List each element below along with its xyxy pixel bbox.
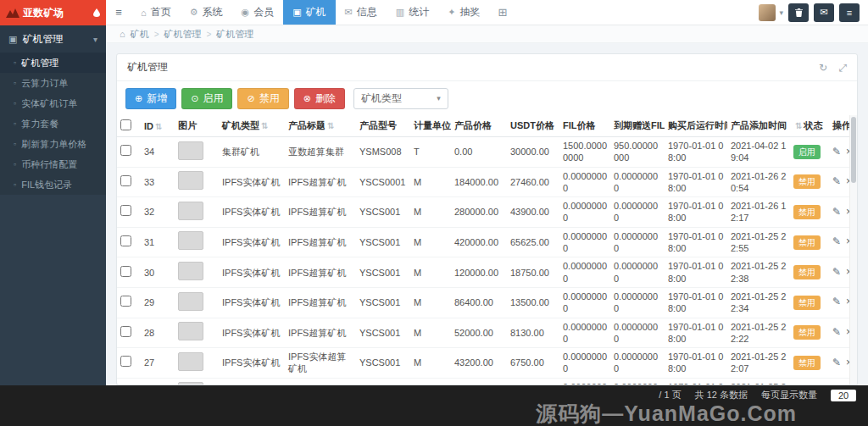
cell-unit: T bbox=[410, 378, 451, 385]
col-header[interactable]: ID⇅ bbox=[141, 115, 175, 137]
refresh-icon[interactable]: ↻ bbox=[819, 62, 827, 74]
cell-gift-fil: 950.00000000 bbox=[610, 137, 665, 168]
product-image[interactable] bbox=[178, 262, 203, 280]
sidebar-item-label: 实体矿机订单 bbox=[21, 97, 77, 110]
col-header[interactable]: ⇅状态 bbox=[790, 115, 829, 137]
edit-icon[interactable]: ✎ bbox=[832, 175, 841, 189]
product-image[interactable] bbox=[178, 292, 203, 311]
product-image[interactable] bbox=[178, 171, 203, 190]
sidebar-item-4[interactable]: ▫算力套餐 bbox=[0, 113, 106, 134]
page-size-select[interactable]: 20 bbox=[831, 390, 856, 401]
table-row: 31IPFS实体矿机IPFS超算矿机YSCS001M420000.0065625… bbox=[117, 227, 857, 257]
topnav-item-miner[interactable]: ▣矿机 bbox=[283, 0, 335, 25]
miner-type-select-value: 矿机类型 bbox=[361, 91, 402, 106]
sidebar-item-3[interactable]: ▫实体矿机订单 bbox=[0, 93, 106, 113]
cell-unit: M bbox=[410, 318, 451, 348]
col-header: 计量单位 bbox=[410, 115, 451, 137]
product-image[interactable] bbox=[178, 202, 203, 220]
cell-product-model: YSCS001 bbox=[356, 257, 410, 288]
row-checkbox[interactable] bbox=[120, 205, 131, 216]
cell-product-model: YSCS001 bbox=[356, 227, 410, 257]
sidebar-item-5[interactable]: ▫刷新算力单价格 bbox=[0, 134, 106, 154]
product-image[interactable] bbox=[178, 141, 203, 160]
sidebar-item-2[interactable]: ▫云算力订单 bbox=[0, 73, 106, 93]
col-header-label: USDT价格 bbox=[510, 120, 554, 130]
delete-button[interactable]: ⊗ 删除 bbox=[294, 88, 345, 109]
add-button[interactable]: ⊕ 新增 bbox=[125, 88, 176, 109]
apps-grid-icon[interactable]: ⊞ bbox=[489, 0, 515, 25]
edit-icon[interactable]: ✎ bbox=[832, 357, 841, 370]
app-root: 亚数矿场 ▣ 矿机管理 ▾ ▫矿机管理▫云算力订单▫实体矿机订单▫算力套餐▫刷新… bbox=[0, 0, 868, 426]
sidebar-section-label: 矿机管理 bbox=[22, 32, 63, 47]
sidebar-item-6[interactable]: ▫币种行情配置 bbox=[0, 154, 106, 174]
check-circle-icon: ⊙ bbox=[191, 93, 198, 104]
row-checkbox[interactable] bbox=[120, 175, 131, 186]
trash-button[interactable] bbox=[788, 3, 809, 22]
product-image[interactable] bbox=[178, 352, 203, 371]
table-scrollbar[interactable] bbox=[849, 115, 857, 385]
col-header-label: 购买后运行时间 bbox=[668, 120, 727, 130]
edit-icon[interactable]: ✎ bbox=[832, 296, 841, 309]
droplet-icon bbox=[93, 8, 100, 17]
select-all-checkbox[interactable] bbox=[120, 119, 131, 130]
table-header-row: ID⇅图片矿机类型⇅产品标题⇅产品型号计量单位产品价格USDT价格FIL价格到期… bbox=[117, 115, 857, 137]
col-header[interactable]: 矿机类型⇅ bbox=[219, 115, 285, 137]
menu-item-icon: ▫ bbox=[14, 140, 16, 148]
mail-button[interactable]: ✉ bbox=[814, 3, 834, 22]
cell-added-time: 2021-01-25 22:55 bbox=[727, 227, 790, 257]
row-checkbox[interactable] bbox=[120, 356, 131, 367]
product-image[interactable] bbox=[178, 322, 203, 340]
edit-icon[interactable]: ✎ bbox=[832, 235, 841, 249]
cell-gift-fil: 0.00000000 bbox=[610, 167, 665, 197]
product-image[interactable] bbox=[178, 382, 203, 385]
x-circle-icon: ⊗ bbox=[303, 93, 311, 104]
sort-icon: ⇅ bbox=[261, 121, 268, 130]
edit-icon[interactable]: ✎ bbox=[832, 266, 841, 279]
menu-button[interactable]: ≡ bbox=[839, 3, 860, 22]
cell-product-model: YSCS001 bbox=[356, 348, 410, 379]
brand-title: 亚数矿场 bbox=[23, 6, 64, 20]
enable-button[interactable]: ⊙ 启用 bbox=[181, 88, 232, 109]
cell-added-time: 2021-04-02 19:04 bbox=[727, 137, 790, 168]
sidebar-toggle[interactable]: ≡ bbox=[106, 0, 131, 25]
topnav-item-lottery[interactable]: ✦抽奖 bbox=[438, 0, 489, 25]
sidebar-item-1[interactable]: ▫矿机管理 bbox=[0, 53, 106, 73]
cell-id: 28 bbox=[141, 318, 175, 348]
watermark-text: 源码狗—YuanMaGo.Com bbox=[536, 400, 797, 426]
row-checkbox[interactable] bbox=[120, 235, 131, 246]
cell-unit: M bbox=[410, 197, 451, 228]
cell-runtime: 1970-01-01 08:00 bbox=[665, 348, 727, 379]
topnav-item-member[interactable]: ◉会员 bbox=[232, 0, 284, 25]
fullscreen-icon[interactable]: ⤢ bbox=[838, 62, 847, 74]
row-checkbox[interactable] bbox=[120, 326, 131, 337]
row-checkbox[interactable] bbox=[120, 296, 131, 307]
edit-icon[interactable]: ✎ bbox=[832, 206, 841, 219]
sidebar-menu: ▫矿机管理▫云算力订单▫实体矿机订单▫算力套餐▫刷新算力单价格▫币种行情配置▫F… bbox=[0, 53, 106, 195]
row-checkbox[interactable] bbox=[120, 266, 131, 277]
cell-product-title: IPFS超算矿机 bbox=[285, 167, 356, 197]
topnav-item-message[interactable]: ✉信息 bbox=[336, 0, 387, 25]
col-header: 产品价格 bbox=[451, 115, 507, 137]
row-checkbox[interactable] bbox=[120, 145, 131, 156]
sidebar-section-miner-management[interactable]: ▣ 矿机管理 ▾ bbox=[0, 25, 106, 53]
cell-product-price: 184000.00 bbox=[451, 167, 507, 197]
menu-item-icon: ▫ bbox=[14, 99, 16, 108]
product-image[interactable] bbox=[178, 231, 203, 250]
edit-icon[interactable]: ✎ bbox=[832, 326, 841, 340]
topnav-item-home[interactable]: ⌂首页 bbox=[131, 0, 181, 25]
miner-type-select[interactable]: 矿机类型 ▾ bbox=[353, 88, 448, 109]
breadcrumb-item[interactable]: 矿机管理 bbox=[164, 28, 202, 41]
topnav-item-stats[interactable]: ▥统计 bbox=[387, 0, 438, 25]
breadcrumb-item[interactable]: 矿机管理 bbox=[216, 28, 253, 41]
topnav-item-system[interactable]: ⚙系统 bbox=[181, 0, 232, 25]
scrollbar-thumb[interactable] bbox=[851, 117, 856, 183]
cell-usdt-price: 84380.00 bbox=[507, 378, 559, 385]
user-menu[interactable]: ▾ bbox=[759, 4, 783, 21]
sidebar-item-7[interactable]: ▫FIL钱包记录 bbox=[0, 174, 106, 195]
disable-button[interactable]: ⊘ 禁用 bbox=[237, 88, 288, 109]
col-header[interactable]: 产品标题⇅ bbox=[285, 115, 356, 137]
cell-fil-price: 0.00000000 bbox=[559, 197, 610, 228]
breadcrumb-item[interactable]: 矿机 bbox=[131, 28, 149, 41]
cell-miner-type: IPFS实体矿机 bbox=[219, 348, 285, 379]
edit-icon[interactable]: ✎ bbox=[832, 146, 841, 159]
